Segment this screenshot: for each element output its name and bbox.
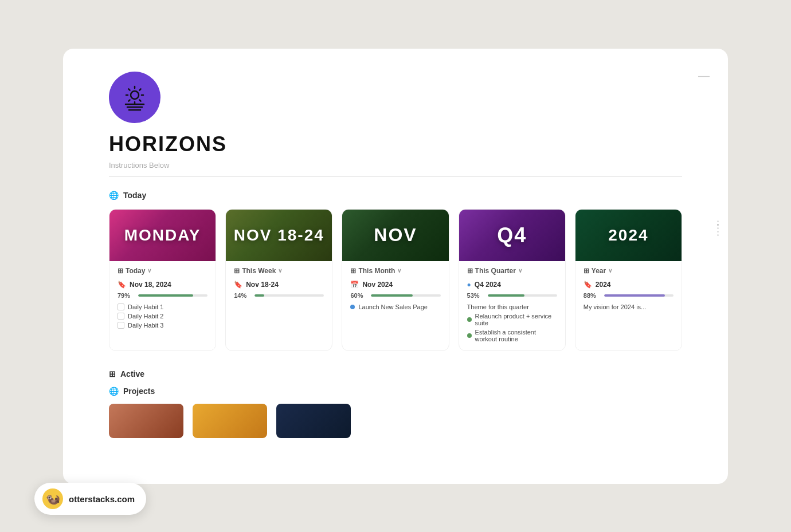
quarter-theme-label: Theme for this quarter [467,304,529,310]
card-week-pct: 14% [234,292,250,299]
quarter-item-2: Establish a consistent workout routine [475,329,557,342]
dot-month-1 [350,305,355,309]
preview-card-3[interactable] [276,404,351,438]
card-month-date: Nov 2024 [362,281,393,289]
svg-line-5 [128,89,130,90]
card-quarter[interactable]: Q4 ⊞ This Quarter ∨ ● Q4 2024 53% [459,209,566,351]
today-cards-row: MONDAY ⊞ Today ∨ 🔖 Nov 18, 2024 79% [109,209,682,351]
scrollbar-hint [717,220,719,236]
card-quarter-header-label: This Quarter [475,267,516,275]
card-month-bar-bg [371,294,440,297]
card-year[interactable]: 2024 ⊞ Year ∨ 🔖 2024 88% [575,209,682,351]
projects-section-header: 🌐 Projects [109,387,682,396]
card-week-image-text: NOV 18-24 [234,226,324,245]
scroll-dot-3 [717,227,719,229]
card-today-items: Daily Habit 1 Daily Habit 2 Daily Habit … [118,304,207,329]
card-today-date-row: 🔖 Nov 18, 2024 [118,281,207,289]
habit-1-label: Daily Habit 1 [128,304,163,310]
scroll-dot-4 [717,231,719,232]
preview-card-1[interactable] [109,404,183,438]
card-month-image-text: NOV [374,224,417,246]
card-week-header[interactable]: ⊞ This Week ∨ [234,267,324,275]
active-label: Active [120,369,144,379]
card-quarter-date: Q4 2024 [475,281,501,289]
card-year-header-label: Year [592,267,606,275]
card-today-date: Nov 18, 2024 [130,281,171,289]
card-quarter-image: Q4 [459,210,565,261]
card-year-header[interactable]: ⊞ Year ∨ [584,267,673,275]
card-year-pct: 88% [584,292,600,299]
card-quarter-date-row: ● Q4 2024 [467,281,557,289]
page-title: HORIZONS [109,132,682,156]
card-month-pct: 60% [350,292,366,299]
card-month-bar-fill [371,294,413,297]
card-today-grid-icon: ⊞ [118,267,123,275]
card-week-chevron: ∨ [278,267,282,274]
card-today-header[interactable]: ⊞ Today ∨ [118,267,207,275]
card-quarter-header[interactable]: ⊞ This Quarter ∨ [467,267,557,275]
card-year-date-icon: 🔖 [584,281,592,289]
minimize-button[interactable]: — [698,69,710,82]
scroll-dot-5 [717,234,719,236]
active-section-header: ⊞ Active [109,369,682,379]
card-week-progress: 14% [234,292,324,299]
card-today-pct: 79% [118,292,134,299]
card-week-date-row: 🔖 Nov 18-24 [234,281,324,289]
card-month-header[interactable]: ⊞ This Month ∨ [350,267,440,275]
card-year-date-row: 🔖 2024 [584,281,673,289]
preview-cards-row [109,404,682,438]
list-item[interactable]: Daily Habit 2 [118,313,207,320]
card-year-image-text: 2024 [608,226,648,245]
card-year-progress: 88% [584,292,673,299]
dot-quarter-2 [467,333,472,338]
card-month[interactable]: NOV ⊞ This Month ∨ 📅 Nov 2024 60% [342,209,449,351]
card-year-grid-icon: ⊞ [584,267,589,275]
projects-icon: 🌐 [109,387,119,396]
checkbox-daily-3[interactable] [118,322,124,329]
card-today-image-text: MONDAY [124,226,201,245]
card-quarter-pct: 53% [467,292,483,299]
list-item[interactable]: Daily Habit 1 [118,304,207,310]
list-item: My vision for 2024 is... [584,304,673,310]
today-section-header: 🌐 Today [109,191,682,200]
app-logo [109,72,160,123]
card-week[interactable]: NOV 18-24 ⊞ This Week ∨ 🔖 Nov 18-24 14% [225,209,332,351]
card-today-bar-bg [138,294,207,297]
card-quarter-image-text: Q4 [497,223,527,247]
card-quarter-body: ⊞ This Quarter ∨ ● Q4 2024 53% Theme f [459,261,565,350]
card-month-grid-icon: ⊞ [350,267,356,275]
year-item-1: My vision for 2024 is... [584,304,646,310]
list-item[interactable]: Launch New Sales Page [350,304,440,310]
scroll-dot-2 [717,224,719,226]
card-today-body: ⊞ Today ∨ 🔖 Nov 18, 2024 79% [109,261,216,337]
checkbox-daily-1[interactable] [118,304,124,310]
card-week-body: ⊞ This Week ∨ 🔖 Nov 18-24 14% [226,261,332,312]
card-year-image: 2024 [575,210,682,261]
card-month-chevron: ∨ [397,267,401,274]
card-week-date-icon: 🔖 [234,281,242,289]
list-item[interactable]: Daily Habit 3 [118,322,207,329]
card-year-chevron: ∨ [608,267,612,274]
bottom-badge[interactable]: 🦦 otterstacks.com [34,483,146,515]
card-quarter-date-icon: ● [467,281,471,289]
today-icon: 🌐 [109,191,119,200]
card-month-date-row: 📅 Nov 2024 [350,281,440,289]
card-quarter-bar-bg [488,294,557,297]
checkbox-daily-2[interactable] [118,313,124,320]
card-quarter-chevron: ∨ [518,267,522,274]
card-week-header-label: This Week [242,267,276,275]
card-week-date: Nov 18-24 [246,281,279,289]
preview-card-2[interactable] [193,404,267,438]
badge-url: otterstacks.com [69,494,135,504]
habit-3-label: Daily Habit 3 [128,322,163,329]
card-today-header-label: Today [126,267,145,275]
list-item[interactable]: Establish a consistent workout routine [467,329,557,342]
card-today-image: MONDAY [109,210,216,261]
card-today[interactable]: MONDAY ⊞ Today ∨ 🔖 Nov 18, 2024 79% [109,209,216,351]
svg-point-0 [131,91,139,99]
list-item[interactable]: Relaunch product + service suite [467,313,557,326]
active-icon: ⊞ [109,369,116,379]
today-label: Today [123,191,146,200]
card-month-date-icon: 📅 [350,281,359,289]
svg-line-7 [140,89,141,90]
